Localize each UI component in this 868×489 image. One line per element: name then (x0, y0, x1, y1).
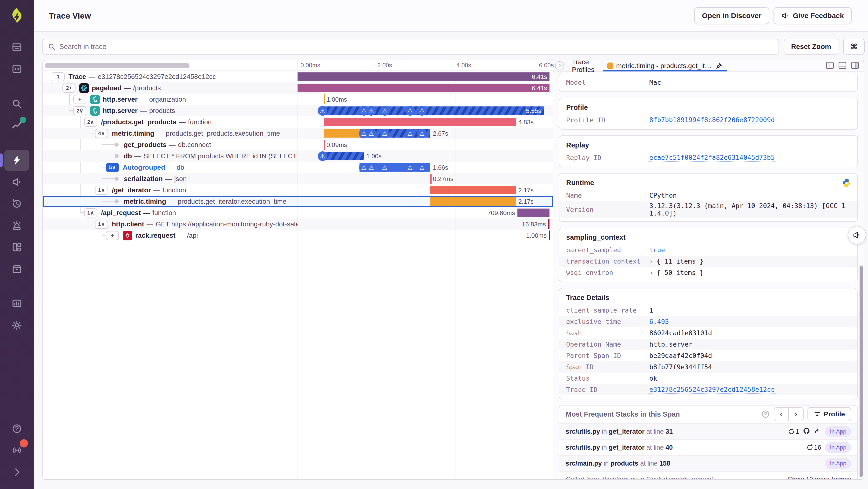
span-bar[interactable] (430, 197, 516, 206)
warning-icon[interactable]: ⚠ (380, 163, 390, 172)
span-description[interactable]: http.server—organization (103, 94, 186, 105)
span-description[interactable]: pageload—/products (92, 82, 161, 94)
open-in-discover-button[interactable]: Open in Discover (694, 7, 769, 24)
span-description[interactable]: serialization—json (124, 173, 187, 184)
sidebar-item-help[interactable] (4, 418, 29, 439)
sidebar-item-replays[interactable] (4, 193, 29, 214)
sidebar-item-feedback[interactable] (4, 171, 29, 193)
span-row[interactable]: 1∧http.client—GET https://application-mo… (43, 219, 553, 230)
expand-badge[interactable]: 1∧ (84, 208, 97, 218)
span-description[interactable]: metric.timing—products.get_iterator.exec… (124, 196, 286, 207)
detail-value[interactable]: ecae7c51f0024f2fa82e6314045d73b5 (649, 154, 775, 162)
profile-button[interactable]: Profile (807, 407, 851, 421)
span-description[interactable]: rack.request—/api (135, 230, 198, 241)
warning-icon[interactable]: ⚠ (405, 163, 415, 172)
feedback-fab[interactable] (848, 226, 866, 244)
source-link-icon[interactable] (814, 427, 821, 436)
span-description[interactable]: metric.timing—products.get_products.exec… (112, 128, 280, 139)
expand-badge[interactable]: 1∧ (95, 220, 108, 229)
span-row[interactable]: +http.server—organization1.00ms (43, 94, 553, 105)
span-row[interactable]: 2+pageload—/products6.41s (43, 82, 553, 94)
span-description[interactable]: Trace—e31278c256524c3297e2cd12458e12cc (68, 71, 216, 82)
span-bar[interactable] (549, 230, 550, 240)
warning-icon[interactable]: ⚠ (367, 106, 376, 116)
expand-badge[interactable]: + (106, 231, 119, 240)
span-bar[interactable] (324, 129, 361, 138)
span-row[interactable]: 4∧metric.timing—products.get_products.ex… (43, 128, 553, 139)
span-description[interactable]: db—SELECT * FROM products WHERE id IN (S… (124, 150, 298, 162)
span-bar[interactable] (518, 208, 550, 217)
expand-badge[interactable]: 5∨ (106, 163, 119, 172)
expand-badge[interactable]: 2∨ (73, 106, 86, 115)
warning-icon[interactable]: ⚠ (380, 106, 390, 116)
detail-value[interactable]: 8fb7bb1891994f8c862f206e8722009d (649, 116, 775, 124)
warning-icon[interactable]: ⚠ (367, 163, 376, 172)
panel-bottom-icon[interactable] (838, 62, 847, 70)
sidebar-item-dashboards[interactable] (4, 236, 29, 258)
span-bar[interactable]: 5.55s (321, 107, 544, 115)
span-row[interactable]: 2∨http.server—products5.55s⚠⚠⚠⚠⚠⚠ (43, 105, 553, 116)
sidebar-item-collapse[interactable] (4, 461, 29, 483)
details-scrollbar[interactable] (860, 265, 863, 477)
sidebar-item-settings[interactable] (4, 315, 29, 336)
expand-badge[interactable]: 2∧ (84, 118, 97, 127)
expand-badge[interactable]: + (73, 95, 86, 104)
span-bar[interactable] (548, 219, 550, 229)
span-row[interactable]: 5∨Autogrouped—db⚠⚠⚠⚠⚠1.66s (43, 162, 553, 173)
warning-icon[interactable]: ⚠ (380, 128, 390, 138)
reset-zoom-button[interactable]: Reset Zoom (784, 39, 838, 55)
span-row[interactable]: 2∧/products.get_products—function4.83s (43, 116, 553, 128)
span-bar[interactable] (430, 174, 432, 184)
shortcut-button[interactable]: ⌘ (843, 39, 865, 55)
span-bar[interactable] (324, 94, 325, 104)
span-bar[interactable] (430, 186, 516, 194)
span-description[interactable]: /api_request—function (101, 207, 176, 219)
help-icon[interactable] (761, 410, 770, 419)
panel-left-icon[interactable] (826, 62, 834, 70)
span-bar[interactable] (324, 118, 516, 126)
warning-icon[interactable]: ⚠ (405, 106, 415, 116)
sentry-logo[interactable] (8, 7, 26, 27)
sidebar-item-issues[interactable] (4, 37, 29, 58)
span-bar[interactable]: 6.41s (298, 84, 550, 92)
warning-icon[interactable]: ⚠ (318, 151, 328, 161)
tab-span-detail[interactable]: metric.timing - products.get_iterat… (603, 60, 727, 71)
warning-icon[interactable]: ⚠ (417, 106, 427, 116)
expand-badge[interactable]: 2+ (62, 84, 75, 93)
warning-icon[interactable]: ⚠ (417, 128, 427, 138)
span-row[interactable]: serialization—json0.27ms (43, 173, 553, 184)
span-row[interactable]: 1∧/api_request—function709.80ms (43, 207, 553, 219)
expand-chevron[interactable]: › (649, 258, 653, 265)
search-input[interactable] (59, 43, 774, 51)
sidebar-item-stats[interactable] (4, 115, 29, 136)
span-description[interactable]: /products.get_products—function (101, 116, 212, 128)
span-row[interactable]: get_products—db.connect0.09ms (43, 139, 553, 150)
expand-badge[interactable]: 4∧ (95, 129, 108, 138)
warning-icon[interactable]: ⚠ (318, 106, 328, 116)
expand-badge[interactable]: 1∧ (95, 185, 108, 195)
panel-right-icon[interactable] (850, 62, 859, 70)
show-more-frames[interactable]: Show 19 more frames (787, 476, 851, 480)
span-description[interactable]: http.server—products (103, 105, 175, 116)
sidebar-item-releases[interactable] (4, 258, 29, 280)
expand-badge[interactable]: 1 (52, 72, 65, 81)
span-row[interactable]: +rack.request—/api1.00ms (43, 230, 553, 241)
search-box[interactable] (42, 39, 779, 55)
sidebar-item-monitors[interactable] (4, 293, 29, 314)
next-button[interactable]: › (789, 408, 803, 421)
sidebar-item-alerts[interactable] (4, 215, 29, 236)
span-description[interactable]: /get_iterator—function (112, 184, 186, 196)
span-bar[interactable]: 6.41s (298, 73, 550, 81)
warning-icon[interactable]: ⚠ (417, 163, 427, 172)
stack-frame-row[interactable]: src/main.py in products at line 158In Ap… (559, 455, 858, 471)
span-description[interactable]: http.client—GET https://application-moni… (112, 219, 298, 230)
span-bar[interactable] (324, 140, 325, 150)
span-row[interactable]: db—SELECT * FROM products WHERE id IN (S… (43, 150, 553, 162)
pin-icon[interactable] (715, 62, 723, 69)
span-description[interactable]: get_products—db.connect (124, 139, 211, 150)
warning-icon[interactable]: ⚠ (367, 128, 376, 138)
github-icon[interactable] (803, 427, 810, 436)
tab-trace[interactable]: Trace (567, 60, 599, 66)
expand-chevron[interactable]: › (649, 269, 653, 276)
span-row[interactable]: metric.timing—products.get_iterator.exec… (43, 196, 553, 207)
